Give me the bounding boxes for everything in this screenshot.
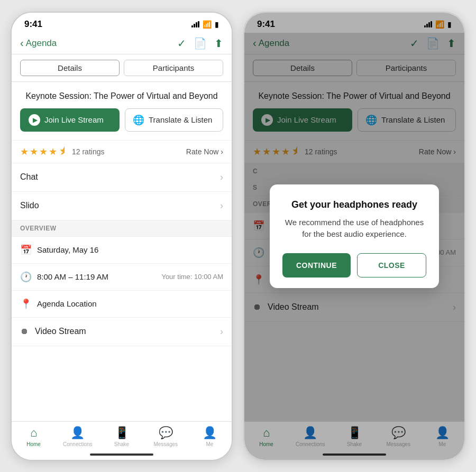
video-stream-item-left[interactable]: ⏺ Video Stream › xyxy=(12,318,232,346)
modal-buttons: CONTINUE CLOSE xyxy=(282,253,426,277)
location-icon: 📍 xyxy=(20,298,31,310)
slido-label-left: Slido xyxy=(20,201,39,210)
phone-right: 9:41 📶 ▮ ‹ Agenda ✓ 📄 ⬆ Details Particip… xyxy=(243,12,465,461)
chat-label-left: Chat xyxy=(20,172,38,182)
star-half: ⯨ xyxy=(58,146,68,158)
tab-me-left[interactable]: 👤 Me xyxy=(188,426,232,447)
home-label-left: Home xyxy=(26,441,41,447)
location-item-left: 📍 Agenda Location xyxy=(12,291,232,318)
chat-list-item-left[interactable]: Chat › xyxy=(12,163,232,192)
your-time-left: Your time: 10:00 AM xyxy=(161,273,223,281)
close-button[interactable]: CLOSE xyxy=(357,253,426,277)
me-label-left: Me xyxy=(206,441,213,447)
back-arrow-icon: ‹ xyxy=(20,37,24,49)
time-text-left: 8:00 AM – 11:19 AM xyxy=(37,272,108,281)
bottom-tab-bar-left: ⌂ Home 👤 Connections 📱 Shake 💬 Messages … xyxy=(12,421,232,449)
nav-title-left: Agenda xyxy=(26,38,57,49)
shake-label-left: Shake xyxy=(114,441,129,447)
rate-now-left[interactable]: Rate Now › xyxy=(186,147,223,156)
tab-shake-left[interactable]: 📱 Shake xyxy=(99,426,143,447)
modal-body: We recommend the use of headphones for t… xyxy=(282,217,426,240)
join-live-stream-button-left[interactable]: ▶ Join Live Stream xyxy=(20,108,120,132)
headphones-modal: Get your headphones ready We recommend t… xyxy=(270,184,439,288)
wifi-icon: 📶 xyxy=(203,20,212,29)
messages-label-left: Messages xyxy=(153,441,178,447)
document-icon[interactable]: 📄 xyxy=(194,37,207,50)
connections-icon: 👤 xyxy=(70,426,85,440)
location-text-left: Agenda Location xyxy=(37,299,97,308)
overview-header-left: OVERVIEW xyxy=(12,220,232,237)
star-rating-left: ★ ★ ★ ★ ⯨ xyxy=(20,146,68,158)
play-icon: ▶ xyxy=(29,114,40,126)
date-item-left: 📅 Saturday, May 16 xyxy=(12,237,232,264)
session-title-left: Keynote Session: The Power of Virtual an… xyxy=(12,82,232,108)
signal-icon xyxy=(191,21,199,27)
nav-actions-left: ✓ 📄 ⬆ xyxy=(177,37,223,50)
back-button-left[interactable]: ‹ Agenda xyxy=(20,37,57,49)
video-stream-label-left: Video Stream xyxy=(35,327,86,336)
messages-icon: 💬 xyxy=(159,426,173,440)
translate-button-left[interactable]: 🌐 Translate & Listen xyxy=(125,108,223,132)
battery-icon: ▮ xyxy=(215,20,219,29)
ratings-count-left: 12 ratings xyxy=(72,147,104,156)
status-time-left: 9:41 xyxy=(24,19,42,30)
tab-connections-left[interactable]: 👤 Connections xyxy=(56,426,99,447)
checkmark-icon[interactable]: ✓ xyxy=(177,37,186,50)
chevron-icon: › xyxy=(220,200,223,211)
share-icon[interactable]: ⬆ xyxy=(214,37,223,50)
modal-overlay: Get your headphones ready We recommend t… xyxy=(244,13,464,460)
home-icon: ⌂ xyxy=(30,426,37,440)
time-item-left: 🕐 8:00 AM – 11:19 AM Your time: 10:00 AM xyxy=(12,264,232,291)
continue-button[interactable]: CONTINUE xyxy=(282,253,351,277)
slido-list-item-left[interactable]: Slido › xyxy=(12,192,232,220)
action-buttons-left: ▶ Join Live Stream 🌐 Translate & Listen xyxy=(12,108,232,140)
clock-icon: 🕐 xyxy=(20,271,31,283)
content-left: Keynote Session: The Power of Virtual an… xyxy=(12,82,232,421)
date-text-left: Saturday, May 16 xyxy=(37,245,98,254)
chevron-right-icon: › xyxy=(221,147,223,156)
me-icon: 👤 xyxy=(203,426,217,440)
status-icons-left: 📶 ▮ xyxy=(191,20,219,29)
tab-participants-left[interactable]: Participants xyxy=(124,60,223,76)
home-indicator-left xyxy=(12,449,232,460)
star-2: ★ xyxy=(30,146,38,158)
star-3: ★ xyxy=(39,146,48,158)
tab-messages-left[interactable]: 💬 Messages xyxy=(144,426,188,447)
nav-bar-left: ‹ Agenda ✓ 📄 ⬆ xyxy=(12,33,232,54)
star-1: ★ xyxy=(20,146,29,158)
tab-home-left[interactable]: ⌂ Home xyxy=(12,426,56,447)
phone-left: 9:41 📶 ▮ ‹ Agenda ✓ 📄 ⬆ Details Particip… xyxy=(11,12,233,461)
modal-title: Get your headphones ready xyxy=(282,199,426,210)
video-icon: ⏺ xyxy=(20,327,29,336)
calendar-icon: 📅 xyxy=(20,244,31,256)
shake-icon: 📱 xyxy=(115,426,129,440)
connections-label-left: Connections xyxy=(63,441,93,447)
status-bar-left: 9:41 📶 ▮ xyxy=(12,13,232,33)
tabs-bar-left: Details Participants xyxy=(12,54,232,82)
ratings-row-left: ★ ★ ★ ★ ⯨ 12 ratings Rate Now › xyxy=(12,140,232,163)
tab-details-left[interactable]: Details xyxy=(20,60,120,76)
home-bar-left xyxy=(90,454,153,456)
star-4: ★ xyxy=(49,146,57,158)
chevron-icon: › xyxy=(220,172,223,183)
globe-icon: 🌐 xyxy=(133,114,144,126)
chevron-icon: › xyxy=(220,326,223,337)
